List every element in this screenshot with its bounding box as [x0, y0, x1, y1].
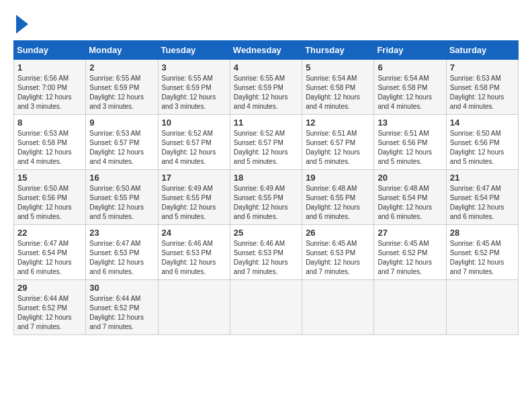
weekday-header-row: Sunday Monday Tuesday Wednesday Thursday…	[14, 41, 519, 60]
table-cell	[446, 280, 518, 335]
day-number: 12	[306, 118, 370, 128]
day-number: 14	[450, 118, 515, 128]
table-cell: 19 Sunrise: 6:48 AM Sunset: 6:55 PM Dayl…	[302, 170, 374, 225]
header-sunday: Sunday	[14, 41, 86, 60]
day-number: 24	[162, 228, 226, 238]
table-cell: 24 Sunrise: 6:46 AM Sunset: 6:53 PM Dayl…	[158, 225, 230, 280]
table-cell: 21 Sunrise: 6:47 AM Sunset: 6:54 PM Dayl…	[446, 170, 518, 225]
day-detail: Sunrise: 6:51 AM Sunset: 6:57 PM Dayligh…	[306, 130, 360, 165]
day-detail: Sunrise: 6:49 AM Sunset: 6:55 PM Dayligh…	[162, 185, 216, 220]
table-cell: 27 Sunrise: 6:45 AM Sunset: 6:52 PM Dayl…	[374, 225, 446, 280]
table-cell: 18 Sunrise: 6:49 AM Sunset: 6:55 PM Dayl…	[230, 170, 302, 225]
day-number: 19	[306, 173, 370, 183]
logo-arrow-icon	[16, 15, 28, 34]
table-cell: 14 Sunrise: 6:50 AM Sunset: 6:56 PM Dayl…	[446, 115, 518, 170]
table-cell: 6 Sunrise: 6:54 AM Sunset: 6:58 PM Dayli…	[374, 60, 446, 115]
day-number: 20	[378, 173, 442, 183]
table-cell: 22 Sunrise: 6:47 AM Sunset: 6:54 PM Dayl…	[14, 225, 86, 280]
table-cell: 4 Sunrise: 6:55 AM Sunset: 6:59 PM Dayli…	[230, 60, 302, 115]
day-number: 26	[306, 228, 370, 238]
day-detail: Sunrise: 6:53 AM Sunset: 6:58 PM Dayligh…	[450, 75, 504, 110]
table-cell	[158, 280, 230, 335]
table-cell: 9 Sunrise: 6:53 AM Sunset: 6:57 PM Dayli…	[86, 115, 158, 170]
table-cell: 13 Sunrise: 6:51 AM Sunset: 6:56 PM Dayl…	[374, 115, 446, 170]
calendar-table: Sunday Monday Tuesday Wednesday Thursday…	[13, 40, 519, 335]
table-cell: 5 Sunrise: 6:54 AM Sunset: 6:58 PM Dayli…	[302, 60, 374, 115]
header-saturday: Saturday	[446, 41, 518, 60]
day-detail: Sunrise: 6:45 AM Sunset: 6:53 PM Dayligh…	[306, 240, 360, 275]
day-number: 1	[17, 62, 82, 73]
calendar-row: 1 Sunrise: 6:56 AM Sunset: 7:00 PM Dayli…	[14, 60, 519, 115]
calendar-row: 15 Sunrise: 6:50 AM Sunset: 6:56 PM Dayl…	[14, 170, 519, 225]
day-number: 28	[450, 228, 515, 238]
page-header	[13, 13, 519, 34]
table-cell: 7 Sunrise: 6:53 AM Sunset: 6:58 PM Dayli…	[446, 60, 518, 115]
calendar-row: 8 Sunrise: 6:53 AM Sunset: 6:58 PM Dayli…	[14, 115, 519, 170]
table-cell: 12 Sunrise: 6:51 AM Sunset: 6:57 PM Dayl…	[302, 115, 374, 170]
day-detail: Sunrise: 6:47 AM Sunset: 6:53 PM Dayligh…	[89, 240, 144, 275]
day-number: 5	[306, 62, 370, 73]
day-detail: Sunrise: 6:45 AM Sunset: 6:52 PM Dayligh…	[450, 240, 504, 275]
day-number: 2	[89, 62, 154, 73]
table-cell: 25 Sunrise: 6:46 AM Sunset: 6:53 PM Dayl…	[230, 225, 302, 280]
day-detail: Sunrise: 6:46 AM Sunset: 6:53 PM Dayligh…	[234, 240, 288, 275]
day-detail: Sunrise: 6:50 AM Sunset: 6:55 PM Dayligh…	[89, 185, 144, 220]
day-number: 18	[234, 173, 298, 183]
day-detail: Sunrise: 6:55 AM Sunset: 6:59 PM Dayligh…	[89, 75, 144, 110]
table-cell: 20 Sunrise: 6:48 AM Sunset: 6:54 PM Dayl…	[374, 170, 446, 225]
day-number: 3	[162, 62, 226, 73]
day-number: 11	[234, 118, 298, 128]
table-cell	[374, 280, 446, 335]
day-number: 9	[89, 118, 154, 128]
day-number: 27	[378, 228, 442, 238]
day-detail: Sunrise: 6:52 AM Sunset: 6:57 PM Dayligh…	[162, 130, 216, 165]
day-detail: Sunrise: 6:50 AM Sunset: 6:56 PM Dayligh…	[450, 130, 504, 165]
table-cell: 29 Sunrise: 6:44 AM Sunset: 6:52 PM Dayl…	[14, 280, 86, 335]
day-detail: Sunrise: 6:51 AM Sunset: 6:56 PM Dayligh…	[378, 130, 432, 165]
day-detail: Sunrise: 6:48 AM Sunset: 6:55 PM Dayligh…	[306, 185, 360, 220]
day-detail: Sunrise: 6:47 AM Sunset: 6:54 PM Dayligh…	[450, 185, 504, 220]
table-cell: 3 Sunrise: 6:55 AM Sunset: 6:59 PM Dayli…	[158, 60, 230, 115]
day-detail: Sunrise: 6:54 AM Sunset: 6:58 PM Dayligh…	[378, 75, 432, 110]
header-wednesday: Wednesday	[230, 41, 302, 60]
calendar-row: 29 Sunrise: 6:44 AM Sunset: 6:52 PM Dayl…	[14, 280, 519, 335]
header-tuesday: Tuesday	[158, 41, 230, 60]
table-cell	[230, 280, 302, 335]
day-detail: Sunrise: 6:52 AM Sunset: 6:57 PM Dayligh…	[234, 130, 288, 165]
table-cell: 1 Sunrise: 6:56 AM Sunset: 7:00 PM Dayli…	[14, 60, 86, 115]
day-detail: Sunrise: 6:56 AM Sunset: 7:00 PM Dayligh…	[17, 75, 72, 110]
header-thursday: Thursday	[302, 41, 374, 60]
table-cell: 16 Sunrise: 6:50 AM Sunset: 6:55 PM Dayl…	[86, 170, 158, 225]
day-number: 23	[89, 228, 154, 238]
table-cell: 28 Sunrise: 6:45 AM Sunset: 6:52 PM Dayl…	[446, 225, 518, 280]
header-friday: Friday	[374, 41, 446, 60]
day-number: 13	[378, 118, 442, 128]
table-cell: 26 Sunrise: 6:45 AM Sunset: 6:53 PM Dayl…	[302, 225, 374, 280]
day-number: 4	[234, 62, 298, 73]
day-number: 6	[378, 62, 442, 73]
table-cell: 17 Sunrise: 6:49 AM Sunset: 6:55 PM Dayl…	[158, 170, 230, 225]
day-detail: Sunrise: 6:46 AM Sunset: 6:53 PM Dayligh…	[162, 240, 216, 275]
day-detail: Sunrise: 6:54 AM Sunset: 6:58 PM Dayligh…	[306, 75, 360, 110]
day-number: 8	[17, 118, 82, 128]
day-number: 10	[162, 118, 226, 128]
day-detail: Sunrise: 6:55 AM Sunset: 6:59 PM Dayligh…	[162, 75, 216, 110]
table-cell: 11 Sunrise: 6:52 AM Sunset: 6:57 PM Dayl…	[230, 115, 302, 170]
table-cell: 10 Sunrise: 6:52 AM Sunset: 6:57 PM Dayl…	[158, 115, 230, 170]
table-cell: 23 Sunrise: 6:47 AM Sunset: 6:53 PM Dayl…	[86, 225, 158, 280]
day-detail: Sunrise: 6:55 AM Sunset: 6:59 PM Dayligh…	[234, 75, 288, 110]
day-detail: Sunrise: 6:48 AM Sunset: 6:54 PM Dayligh…	[378, 185, 432, 220]
table-cell: 15 Sunrise: 6:50 AM Sunset: 6:56 PM Dayl…	[14, 170, 86, 225]
day-number: 29	[17, 283, 82, 293]
table-cell: 8 Sunrise: 6:53 AM Sunset: 6:58 PM Dayli…	[14, 115, 86, 170]
header-monday: Monday	[86, 41, 158, 60]
day-number: 30	[89, 283, 154, 293]
day-detail: Sunrise: 6:53 AM Sunset: 6:58 PM Dayligh…	[17, 130, 72, 165]
table-cell: 2 Sunrise: 6:55 AM Sunset: 6:59 PM Dayli…	[86, 60, 158, 115]
day-detail: Sunrise: 6:44 AM Sunset: 6:52 PM Dayligh…	[17, 295, 72, 330]
logo	[13, 13, 28, 34]
day-number: 17	[162, 173, 226, 183]
day-detail: Sunrise: 6:45 AM Sunset: 6:52 PM Dayligh…	[378, 240, 432, 275]
day-number: 7	[450, 62, 515, 73]
day-detail: Sunrise: 6:49 AM Sunset: 6:55 PM Dayligh…	[234, 185, 288, 220]
